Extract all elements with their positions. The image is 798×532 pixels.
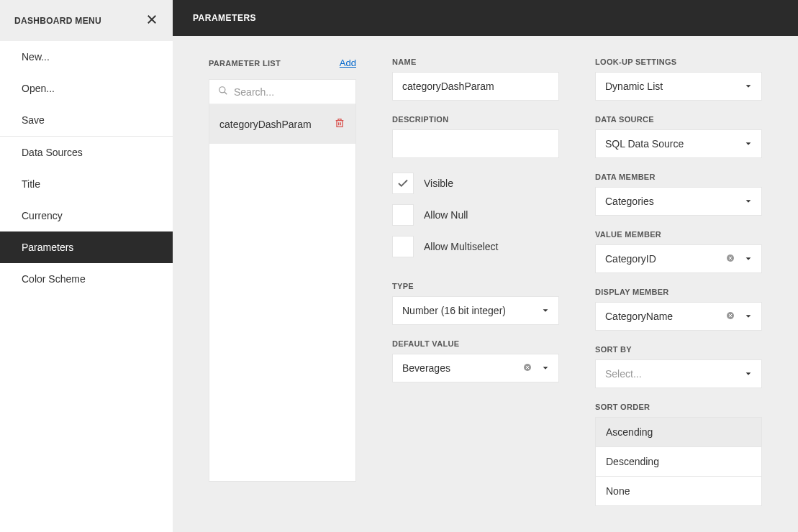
chevron-down-icon	[745, 253, 752, 265]
data-source-label: DATA SOURCE	[595, 115, 762, 124]
main: PARAMETERS PARAMETER LIST Add categoryDa…	[173, 0, 798, 532]
sidebar-title: DASHBOARD MENU	[14, 16, 101, 26]
menu-item-open[interactable]: Open...	[0, 73, 173, 104]
default-value-label: DEFAULT VALUE	[392, 339, 559, 348]
allow-null-label: Allow Null	[424, 209, 468, 221]
menu-item-parameters[interactable]: Parameters	[0, 231, 173, 263]
menu-item-save[interactable]: Save	[0, 104, 173, 136]
lookup-settings-select[interactable]: Dynamic List	[595, 72, 762, 101]
data-member-value: Categories	[605, 196, 654, 207]
name-label: NAME	[392, 58, 559, 66]
default-value-select[interactable]: Beverages	[392, 354, 559, 382]
default-value-value: Beverages	[402, 362, 450, 374]
chevron-down-icon	[745, 311, 752, 322]
menu-item-currency[interactable]: Currency	[0, 200, 173, 231]
type-value: Number (16 bit integer)	[402, 305, 506, 316]
data-source-select[interactable]: SQL Data Source	[595, 129, 762, 158]
sidebar: DASHBOARD MENU New...Open...SaveData Sou…	[0, 0, 173, 532]
data-source-value: SQL Data Source	[605, 138, 684, 150]
search-icon	[218, 86, 228, 98]
value-member-label: VALUE MEMBER	[595, 230, 762, 239]
add-link[interactable]: Add	[340, 58, 356, 68]
menu-item-new[interactable]: New...	[0, 41, 173, 73]
name-input[interactable]	[392, 72, 559, 101]
trash-icon[interactable]	[334, 117, 345, 131]
clear-icon[interactable]	[523, 362, 532, 374]
value-member-select[interactable]: CategoryID	[595, 244, 762, 273]
chevron-down-icon	[542, 305, 549, 316]
data-member-select[interactable]: Categories	[595, 187, 762, 216]
list-item-label: categoryDashParam	[219, 119, 312, 130]
chevron-down-icon	[745, 138, 752, 150]
sort-order-group: AscendingDescendingNone	[595, 417, 762, 506]
topbar-title: PARAMETERS	[173, 0, 798, 36]
paramlist-title: PARAMETER LIST	[209, 59, 281, 68]
lookup-settings-value: Dynamic List	[605, 81, 663, 92]
list-item[interactable]: categoryDashParam	[209, 104, 355, 144]
display-member-value: CategoryName	[605, 311, 673, 322]
sort-order-descending[interactable]: Descending	[596, 447, 761, 477]
allow-null-checkbox[interactable]	[392, 204, 414, 226]
svg-point-0	[219, 87, 225, 93]
search-wrap	[209, 80, 355, 104]
sort-by-placeholder: Select...	[605, 368, 642, 380]
chevron-down-icon	[745, 368, 752, 380]
display-member-label: DISPLAY MEMBER	[595, 288, 762, 296]
chevron-down-icon	[745, 81, 752, 92]
chevron-down-icon	[745, 196, 752, 207]
value-member-value: CategoryID	[605, 253, 656, 265]
type-label: TYPE	[392, 282, 559, 290]
visible-label: Visible	[424, 178, 453, 189]
chevron-down-icon	[542, 362, 549, 374]
lookup-settings-label: LOOK-UP SETTINGS	[595, 58, 762, 66]
menu-item-color-scheme[interactable]: Color Scheme	[0, 263, 173, 295]
search-input[interactable]	[234, 86, 347, 98]
description-input[interactable]	[392, 129, 559, 158]
parameter-list-box: categoryDashParam	[209, 79, 356, 482]
sort-order-ascending[interactable]: Ascending	[596, 418, 761, 447]
description-label: DESCRIPTION	[392, 115, 559, 124]
type-select[interactable]: Number (16 bit integer)	[392, 296, 559, 325]
sort-order-label: SORT ORDER	[595, 403, 762, 411]
sort-by-select[interactable]: Select...	[595, 359, 762, 388]
allow-multiselect-label: Allow Multiselect	[424, 241, 498, 252]
clear-icon[interactable]	[726, 311, 735, 322]
display-member-select[interactable]: CategoryName	[595, 302, 762, 331]
sort-order-none[interactable]: None	[596, 477, 761, 505]
menu-item-data-sources[interactable]: Data Sources	[0, 137, 173, 168]
data-member-label: DATA MEMBER	[595, 173, 762, 181]
close-icon[interactable]	[145, 13, 158, 28]
sort-by-label: SORT BY	[595, 345, 762, 354]
allow-multiselect-checkbox[interactable]	[392, 236, 414, 257]
clear-icon[interactable]	[726, 253, 735, 265]
sidebar-header: DASHBOARD MENU	[0, 0, 173, 41]
visible-checkbox[interactable]	[392, 173, 414, 194]
menu-item-title[interactable]: Title	[0, 168, 173, 200]
